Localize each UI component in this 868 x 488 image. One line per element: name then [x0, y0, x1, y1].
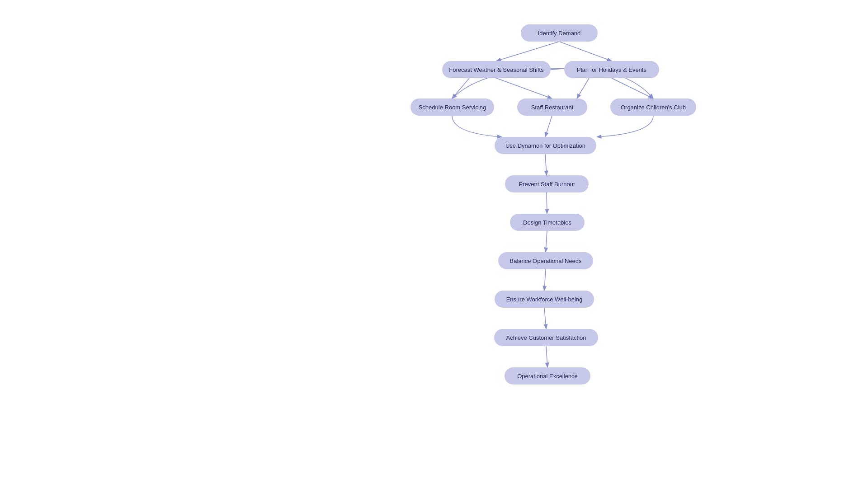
staff-restaurant[interactable]: Staff Restaurant	[517, 99, 587, 116]
identify-demand[interactable]: Identify Demand	[521, 24, 598, 42]
connections-svg	[0, 0, 868, 488]
schedule-room[interactable]: Schedule Room Servicing	[410, 99, 494, 116]
operational-excellence[interactable]: Operational Excellence	[505, 367, 590, 385]
achieve-satisfaction[interactable]: Achieve Customer Satisfaction	[494, 329, 598, 346]
balance-operational[interactable]: Balance Operational Needs	[498, 252, 593, 269]
ensure-workforce[interactable]: Ensure Workforce Well-being	[495, 291, 594, 308]
prevent-burnout[interactable]: Prevent Staff Burnout	[505, 175, 589, 192]
diagram-container: Identify DemandForecast Weather & Season…	[0, 0, 868, 488]
organize-club[interactable]: Organize Children's Club	[610, 99, 696, 116]
forecast-weather[interactable]: Forecast Weather & Seasonal Shifts	[442, 61, 551, 78]
use-dynamon[interactable]: Use Dynamon for Optimization	[495, 137, 596, 154]
design-timetables[interactable]: Design Timetables	[510, 214, 585, 231]
plan-holidays[interactable]: Plan for Holidays & Events	[564, 61, 659, 78]
